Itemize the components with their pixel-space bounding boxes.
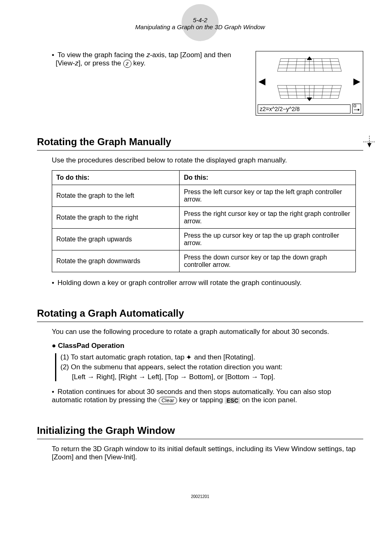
svg-rect-32 (354, 105, 356, 107)
table-row: Rotate the graph upwards Press the up cu… (52, 229, 356, 250)
svg-line-8 (286, 59, 289, 72)
steps-block: (1) To start automatic graph rotation, t… (55, 353, 363, 381)
section2-title: Rotating a Graph Automatically (37, 308, 363, 322)
clear-key-icon: Clear (159, 397, 177, 404)
section2-note: Rotation continues for about 30 seconds … (52, 388, 363, 404)
arrow-right-icon: ▶ (353, 76, 360, 86)
svg-line-10 (304, 59, 305, 72)
col1-header: To do this: (52, 171, 180, 185)
viewz-text: To view the graph facing the z-axis, tap… (52, 51, 243, 68)
esc-icon: ESC (225, 397, 240, 404)
svg-line-9 (295, 59, 297, 72)
section3-title: Initializing the Graph Window (37, 425, 363, 439)
section1-note: Holding down a key or graph controller a… (52, 279, 363, 287)
step2a: (2) On the submenu that appears, select … (60, 363, 363, 371)
svg-marker-34 (358, 109, 360, 111)
compass-icon (187, 355, 192, 361)
table-row: Rotate the graph to the right Press the … (52, 207, 356, 229)
z-key-icon: z (123, 60, 131, 68)
svg-line-12 (314, 59, 314, 72)
corner-icon (352, 104, 361, 114)
footer-number: 20021201 (37, 494, 363, 499)
svg-line-13 (322, 59, 323, 72)
section2-intro: You can use the following procedure to r… (52, 328, 363, 336)
svg-line-7 (277, 59, 281, 72)
graph-figure: ◀ ▶ (256, 51, 363, 116)
table-row: Rotate the graph to the left Press the l… (52, 185, 356, 207)
table-row: Rotate the graph downwards Press the dow… (52, 250, 356, 272)
svg-marker-30 (307, 57, 312, 60)
svg-line-14 (330, 59, 332, 72)
section1-title: Rotating the Graph Manually (37, 136, 363, 151)
page-subtitle: Manipulating a Graph on the 3D Graph Win… (37, 23, 363, 30)
svg-line-15 (338, 59, 341, 72)
svg-marker-31 (307, 98, 312, 101)
section3-body: To return the 3D Graph window to its ini… (52, 445, 363, 461)
crop-mark-icon (363, 136, 376, 151)
page-number: 5-4-2 (37, 16, 363, 23)
classpad-subhead: ● ClassPad Operation (52, 342, 363, 350)
section1-intro: Use the procedures described below to ro… (52, 156, 363, 164)
equation-bar: z2=x^2/2−y^2/8 (258, 104, 350, 114)
col2-header: Do this: (180, 171, 356, 185)
step1: (1) To start automatic graph rotation, t… (60, 353, 363, 361)
step2b: [Left → Right], [Right → Left], [Top → B… (72, 373, 363, 381)
actions-table: To do this: Do this: Rotate the graph to… (52, 170, 356, 272)
arrow-left-icon: ◀ (258, 76, 265, 86)
